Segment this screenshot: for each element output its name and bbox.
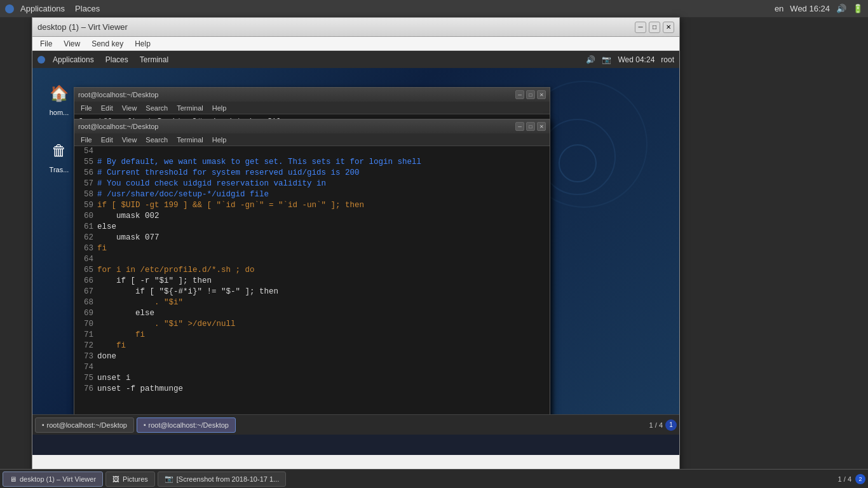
vim-line-61: 61 else: [74, 222, 550, 233]
applications-menu[interactable]: Applications: [17, 3, 69, 15]
t1-close[interactable]: ✕: [537, 90, 546, 99]
sys-task-pictures-icon: 🖼: [112, 475, 119, 483]
vim-editor[interactable]: 54 55 # By default, we want umask to get…: [74, 146, 550, 417]
t2-menu: File Edit View Search Terminal Help: [74, 133, 550, 146]
t1-menu-help[interactable]: Help: [208, 104, 231, 112]
vm-taskbar-item-1[interactable]: ▪ root@localhost:~/Desktop: [35, 417, 134, 433]
t2-menu-edit[interactable]: Edit: [97, 135, 117, 144]
vm-topbar-left: Applications Places Terminal: [37, 54, 172, 65]
sys-task-pictures[interactable]: 🖼 Pictures: [105, 471, 155, 487]
vim-line-62: 62 umask 077: [74, 233, 550, 243]
t2-menu-file[interactable]: File: [77, 135, 96, 144]
t2-maximize[interactable]: □: [526, 122, 535, 131]
t2-minimize[interactable]: ─: [515, 122, 524, 131]
terminal-window-2[interactable]: root@localhost:~/Desktop ─ □ ✕ File Edit…: [74, 119, 550, 430]
virt-viewer-titlebar: desktop (1) – Virt Viewer ─ □ ✕: [32, 18, 679, 37]
vv-menu-sendkey[interactable]: Send key: [86, 38, 128, 50]
vm-topbar-right: 🔊 📷 Wed 04:24 root: [586, 55, 674, 64]
vim-line-75: 75 unset i: [74, 373, 550, 384]
vm-taskbar-label-2: root@localhost:~/Desktop: [149, 421, 229, 429]
t2-menu-search[interactable]: Search: [142, 135, 172, 144]
maximize-button[interactable]: □: [649, 22, 660, 33]
deco-circle-3: [559, 144, 597, 182]
t2-menu-help[interactable]: Help: [208, 135, 231, 144]
vim-line-59: 59 if [ $UID -gt 199 ] && [ "`id -gn`" =…: [74, 200, 550, 211]
vm-clock: Wed 04:24: [618, 55, 654, 64]
close-button[interactable]: ✕: [663, 22, 674, 33]
vim-line-60: 60 umask 002: [74, 211, 550, 222]
vim-line-72: 72 fi: [74, 341, 550, 351]
t2-title: root@localhost:~/Desktop: [78, 123, 158, 130]
home-label: hom...: [50, 109, 69, 116]
vim-line-73: 73 done: [74, 351, 550, 362]
vim-line-70: 70 . "$i" >/dev/null: [74, 319, 550, 330]
vm-applications-menu[interactable]: Applications: [49, 54, 98, 65]
t1-titlebar: root@localhost:~/Desktop ─ □ ✕: [74, 88, 550, 102]
vim-line-65: 65 for i in /etc/profile.d/*.sh ; do: [74, 265, 550, 276]
t1-menu-file[interactable]: File: [77, 104, 96, 112]
battery-icon: 🔋: [853, 4, 863, 13]
system-bar-right: en Wed 16:24 🔊 🔋: [775, 4, 863, 13]
places-menu[interactable]: Places: [71, 3, 104, 15]
vim-line-54: 54: [74, 146, 550, 157]
vm-taskbar-counter: 1 / 4 1: [649, 419, 677, 431]
vm-places-menu[interactable]: Places: [102, 54, 132, 65]
sys-task-screenshot-icon: 📷: [165, 475, 173, 483]
t1-minimize[interactable]: ─: [515, 90, 524, 99]
vm-desktop: 🏠 hom... 🗑 Tras... root@localhost:~/Desk…: [32, 68, 679, 435]
vm-screenshot-icon: 📷: [602, 55, 611, 64]
sys-taskbar-right: 1 / 4 2: [838, 474, 865, 484]
terminal-icon-2: ▪: [144, 421, 146, 428]
t2-controls: ─ □ ✕: [515, 122, 546, 131]
home-icon: 🏠: [46, 81, 72, 106]
system-bar-left: Applications Places: [5, 3, 104, 15]
sys-task-screenshot-label: [Screenshot from 2018-10-17 1...: [177, 475, 279, 483]
vim-line-55: 55 # By default, we want umask to get se…: [74, 157, 550, 168]
vm-task-badge: 1: [665, 419, 677, 431]
t1-menu-edit[interactable]: Edit: [97, 104, 117, 112]
vm-display: Applications Places Terminal 🔊 📷 Wed 04:…: [32, 51, 679, 455]
sys-task-counter: 1 / 4: [838, 475, 851, 483]
vv-menu-view[interactable]: View: [58, 38, 85, 50]
t2-menu-terminal[interactable]: Terminal: [173, 135, 207, 144]
t1-menu: File Edit View Search Terminal Help: [74, 102, 550, 114]
minimize-button[interactable]: ─: [635, 22, 646, 33]
vm-fedora-logo: [37, 56, 45, 64]
vm-taskbar-label-1: root@localhost:~/Desktop: [47, 421, 127, 429]
virt-viewer-window: desktop (1) – Virt Viewer ─ □ ✕ File Vie…: [32, 17, 680, 475]
t1-title: root@localhost:~/Desktop: [78, 91, 158, 98]
t1-menu-terminal[interactable]: Terminal: [173, 104, 207, 112]
volume-icon[interactable]: 🔊: [836, 4, 846, 13]
trash-label: Tras...: [50, 166, 69, 173]
sys-task-pictures-label: Pictures: [123, 475, 148, 483]
t1-maximize[interactable]: □: [526, 90, 535, 99]
vm-user: root: [661, 55, 674, 64]
language-indicator[interactable]: en: [775, 4, 783, 13]
system-clock: Wed 16:24: [790, 4, 830, 13]
t1-menu-view[interactable]: View: [118, 104, 141, 112]
sys-task-badge: 2: [855, 474, 865, 484]
vv-menu-file[interactable]: File: [35, 38, 57, 50]
vim-line-58: 58 # /usr/share/doc/setup-*/uidgid file: [74, 189, 550, 200]
vm-terminal-menu[interactable]: Terminal: [136, 54, 172, 65]
t2-menu-view[interactable]: View: [118, 135, 141, 144]
vim-line-63: 63 fi: [74, 243, 550, 254]
vm-taskbar-item-2[interactable]: ▪ root@localhost:~/Desktop: [137, 417, 236, 433]
t1-controls: ─ □ ✕: [515, 90, 546, 99]
vm-taskbar: ▪ root@localhost:~/Desktop ▪ root@localh…: [32, 414, 679, 435]
system-taskbar: 🖥 desktop (1) – Virt Viewer 🖼 Pictures 📷…: [0, 469, 868, 488]
virt-viewer-title: desktop (1) – Virt Viewer: [37, 22, 128, 32]
vim-line-69: 69 else: [74, 308, 550, 319]
vim-line-57: 57 # You could check uidgid reservation …: [74, 179, 550, 189]
vim-line-71: 71 fi: [74, 330, 550, 341]
vm-topbar: Applications Places Terminal 🔊 📷 Wed 04:…: [32, 51, 679, 68]
vim-line-76: 76 unset -f pathmunge: [74, 384, 550, 395]
vv-menu-help[interactable]: Help: [130, 38, 156, 50]
vim-line-67: 67 if [ "${-#*i}" != "$-" ]; then: [74, 287, 550, 297]
vm-task-count: 1 / 4: [649, 421, 663, 429]
sys-task-screenshot[interactable]: 📷 [Screenshot from 2018-10-17 1...: [158, 471, 286, 487]
t2-close[interactable]: ✕: [537, 122, 546, 131]
fedora-logo: [5, 4, 14, 13]
sys-task-virtviewer[interactable]: 🖥 desktop (1) – Virt Viewer: [3, 471, 103, 487]
t1-menu-search[interactable]: Search: [142, 104, 172, 112]
